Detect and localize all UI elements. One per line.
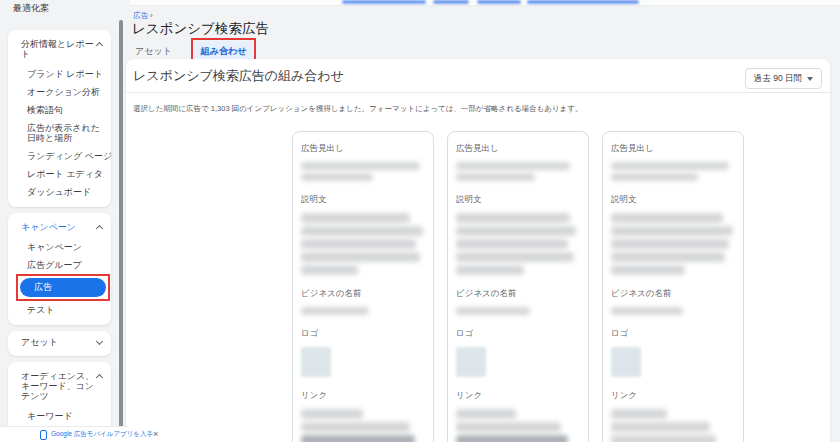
sidebar-sections: 分析情報とレポート ブランド レポート オークション分析 検索語句 広告が表示さ… xyxy=(8,30,111,442)
redacted-text xyxy=(301,239,416,249)
redacted-text xyxy=(301,162,420,170)
combination-cards-row: 広告見出し 説明文 ビジネスの名前 ロゴ リンク コールアウト xyxy=(292,131,744,442)
redacted-text xyxy=(456,422,561,432)
redacted-text xyxy=(456,213,570,223)
redacted-text xyxy=(456,226,576,236)
redacted-text xyxy=(611,239,729,249)
redacted-text xyxy=(456,409,516,419)
clipped-link-fragment xyxy=(477,0,521,4)
clipped-link-fragment xyxy=(342,0,426,4)
redacted-text xyxy=(301,213,410,223)
link-label: リンク xyxy=(611,390,735,402)
sidebar-scrollbar[interactable] xyxy=(119,20,123,442)
chevron-down-icon xyxy=(96,338,103,345)
redacted-text xyxy=(611,226,733,236)
chevron-up-icon xyxy=(96,374,103,381)
redacted-logo-image xyxy=(611,347,641,377)
sidebar-section-insights: 分析情報とレポート ブランド レポート オークション分析 検索語句 広告が表示さ… xyxy=(8,30,111,207)
caret-down-icon xyxy=(807,77,813,81)
redacted-text xyxy=(611,173,698,181)
redacted-logo-image xyxy=(301,347,331,377)
redacted-text xyxy=(456,265,524,275)
google-ads-page: 最適化案 分析情報とレポート ブランド レポート オークション分析 検索語句 広… xyxy=(0,0,840,442)
redacted-text xyxy=(611,265,685,275)
sidebar-header-label: キャンペーン xyxy=(21,222,76,232)
clipped-link-fragment xyxy=(527,0,639,4)
logo-label: ロゴ xyxy=(301,328,425,340)
sidebar-item-keywords[interactable]: キーワード xyxy=(8,407,111,425)
sidebar-item-optimization[interactable]: 最適化案 xyxy=(13,2,49,14)
clipped-topbar xyxy=(130,0,840,6)
description-label: 説明文 xyxy=(456,194,580,206)
redacted-text xyxy=(456,435,568,442)
link-label: リンク xyxy=(301,390,425,402)
logo-label: ロゴ xyxy=(611,328,735,340)
combination-card: 広告見出し 説明文 ビジネスの名前 ロゴ リンク コールアウト xyxy=(602,131,744,442)
phone-icon xyxy=(40,430,47,440)
business-name-label: ビジネスの名前 xyxy=(611,288,735,300)
redacted-text xyxy=(611,162,729,170)
clipped-link-fragment xyxy=(433,0,469,4)
logo-label: ロゴ xyxy=(456,328,580,340)
sidebar-item-search-terms[interactable]: 検索語句 xyxy=(8,101,111,119)
date-range-button[interactable]: 過去 90 日間 xyxy=(745,68,822,89)
panel-header: レスポンシブ検索広告の組み合わせ 過去 90 日間 xyxy=(126,59,830,93)
combination-card: 広告見出し 説明文 ビジネスの名前 ロゴ リンク コールアウト xyxy=(447,131,589,442)
business-name-label: ビジネスの名前 xyxy=(456,288,580,300)
close-icon[interactable]: × xyxy=(153,430,158,439)
combination-card: 広告見出し 説明文 ビジネスの名前 ロゴ リンク コールアウト xyxy=(292,131,434,442)
redacted-text xyxy=(611,252,725,262)
chevron-up-icon xyxy=(96,225,103,232)
chevron-up-icon xyxy=(96,42,103,49)
sidebar-header-label: アセット xyxy=(21,337,58,347)
redacted-text xyxy=(611,422,710,432)
impressions-summary: 選択した期間に広告で 1,303 回のインプレッションを獲得しました。フォーマッ… xyxy=(126,93,830,114)
sidebar-item-when-where-ads-showed[interactable]: 広告が表示された日時と場所 xyxy=(8,119,111,147)
redacted-text xyxy=(611,213,723,223)
sidebar-section-campaigns: キャンペーン キャンペーン 広告グループ 広告 テスト xyxy=(8,213,111,325)
redacted-text xyxy=(456,307,530,315)
sidebar: 最適化案 分析情報とレポート ブランド レポート オークション分析 検索語句 広… xyxy=(0,0,126,442)
sidebar-item-brand-report[interactable]: ブランド レポート xyxy=(8,65,111,83)
description-label: 説明文 xyxy=(611,194,735,206)
redacted-text xyxy=(301,409,363,419)
redacted-text xyxy=(456,162,570,170)
sidebar-item-campaigns[interactable]: キャンペーン xyxy=(8,238,111,256)
business-name-label: ビジネスの名前 xyxy=(301,288,425,300)
sidebar-header-audiences[interactable]: オーディエンス、キーワード、コンテンツ xyxy=(8,368,111,407)
redacted-text xyxy=(301,422,410,432)
redacted-text xyxy=(611,409,667,419)
headline-label: 広告見出し xyxy=(611,143,735,155)
sidebar-header-insights[interactable]: 分析情報とレポート xyxy=(8,36,111,65)
sidebar-item-landing-pages[interactable]: ランディング ページ xyxy=(8,147,111,165)
headline-label: 広告見出し xyxy=(301,143,425,155)
breadcrumb-separator: › xyxy=(150,11,153,20)
redacted-text xyxy=(301,265,358,275)
sidebar-section-assets: アセット xyxy=(8,331,111,356)
sidebar-header-label: 分析情報とレポート xyxy=(21,39,97,59)
redacted-text xyxy=(611,307,683,315)
redacted-text xyxy=(301,226,423,236)
mobile-app-promo-link[interactable]: Google 広告モバイルアプリを入手 xyxy=(51,430,153,439)
sidebar-header-label: オーディエンス、キーワード、コンテンツ xyxy=(21,371,97,401)
date-range-label: 過去 90 日間 xyxy=(754,73,802,85)
sidebar-item-auction-insights[interactable]: オークション分析 xyxy=(8,83,111,101)
sidebar-item-ad-groups[interactable]: 広告グループ xyxy=(8,256,111,274)
sidebar-header-assets[interactable]: アセット xyxy=(8,334,111,353)
sidebar-item-experiments[interactable]: テスト xyxy=(8,301,111,319)
redacted-text xyxy=(456,173,535,181)
redacted-text xyxy=(456,239,568,249)
page-title: レスポンシブ検索広告 xyxy=(132,20,269,38)
headline-label: 広告見出し xyxy=(456,143,580,155)
breadcrumb-ads-link[interactable]: 広告 xyxy=(133,11,149,20)
sidebar-header-campaigns[interactable]: キャンペーン xyxy=(8,219,111,238)
sidebar-item-ads-wrap: 広告 xyxy=(20,278,106,297)
sidebar-item-dashboard[interactable]: ダッシュボード xyxy=(8,183,111,201)
sidebar-item-ads-selected[interactable]: 広告 xyxy=(20,278,106,297)
panel-title: レスポンシブ検索広告の組み合わせ xyxy=(133,67,344,85)
redacted-text xyxy=(456,252,574,262)
redacted-text xyxy=(301,435,415,442)
redacted-text xyxy=(611,435,716,442)
sidebar-item-report-editor[interactable]: レポート エディタ xyxy=(8,165,111,183)
link-label: リンク xyxy=(456,390,580,402)
